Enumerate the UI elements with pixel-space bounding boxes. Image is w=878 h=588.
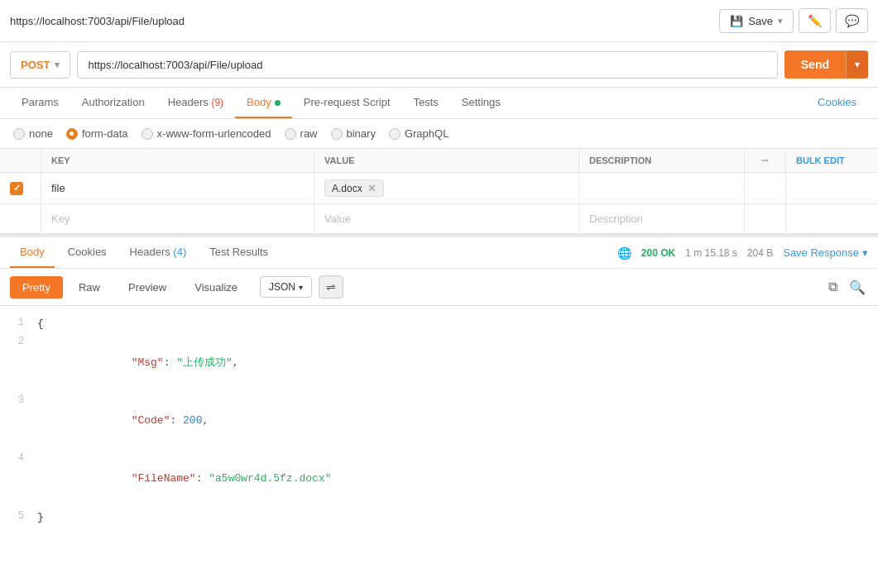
- body-type-options: none form-data x-www-form-urlencoded raw…: [0, 119, 878, 149]
- line-content-2: "Msg": "上传成功",: [37, 333, 878, 391]
- request-tabs: Params Authorization Headers (9) Body Pr…: [0, 88, 878, 119]
- save-button[interactable]: 💾 Save ▾: [719, 9, 794, 33]
- tab-body[interactable]: Body: [235, 88, 292, 118]
- msg-value: "上传成功": [176, 356, 233, 369]
- request-bar: POST ▾ Send ▾: [0, 42, 878, 88]
- colon-2: :: [170, 414, 183, 427]
- empty-key-cell[interactable]: Key: [41, 204, 314, 233]
- option-binary[interactable]: binary: [331, 127, 376, 140]
- radio-raw-icon: [285, 128, 296, 140]
- top-bar: https://localhost:7003/api/File/upload 💾…: [0, 0, 878, 42]
- send-caret-button[interactable]: ▾: [846, 51, 868, 78]
- code-value: 200: [183, 414, 202, 427]
- tab-settings[interactable]: Settings: [450, 88, 512, 118]
- option-none-label: none: [29, 127, 53, 140]
- app-container: https://localhost:7003/api/File/upload 💾…: [0, 0, 878, 588]
- resp-tab-cookies[interactable]: Cookies: [58, 237, 117, 268]
- file-tag-remove[interactable]: ✕: [367, 182, 377, 194]
- save-caret-icon: ▾: [778, 16, 783, 26]
- empty-checkbox-cell: [0, 204, 41, 233]
- tab-headers-label: Headers (9): [168, 96, 223, 108]
- resp-tab-headers-label: Headers (4): [130, 246, 187, 258]
- option-urlencoded-label: x-www-form-urlencoded: [157, 127, 271, 140]
- th-bulk-edit[interactable]: Bulk Edit: [786, 149, 869, 172]
- line-num-1: 1: [0, 314, 37, 333]
- line-num-4: 4: [0, 450, 37, 508]
- tab-tests-label: Tests: [414, 96, 439, 108]
- option-raw[interactable]: raw: [285, 127, 318, 140]
- row-key-cell: file: [41, 173, 314, 203]
- tab-tests[interactable]: Tests: [402, 88, 450, 118]
- code-line-3: 3 "Code": 200,: [0, 392, 878, 450]
- file-tag: A.docx ✕: [324, 179, 384, 197]
- headers-badge: (9): [211, 97, 223, 108]
- row-more-cell: [745, 173, 786, 203]
- row-checkbox-cell[interactable]: [0, 173, 41, 203]
- line-content-5: }: [37, 508, 878, 527]
- save-response-label: Save Response: [783, 246, 859, 259]
- resp-action-buttons: ⧉ 🔍: [826, 277, 868, 298]
- th-checkbox: [0, 149, 41, 172]
- line-content-4: "FileName": "a5w0wr4d.5fz.docx": [37, 450, 878, 508]
- comment-button[interactable]: 💬: [836, 8, 868, 33]
- option-form-data[interactable]: form-data: [66, 127, 128, 140]
- copy-button[interactable]: ⧉: [826, 277, 840, 298]
- edit-button[interactable]: ✏️: [799, 8, 831, 33]
- empty-desc-cell[interactable]: Description: [579, 204, 745, 233]
- tab-authorization[interactable]: Authorization: [70, 88, 156, 118]
- resp-tab-body-label: Body: [20, 246, 45, 258]
- comma-2: ,: [202, 414, 209, 427]
- radio-urlencoded-icon: [142, 128, 153, 140]
- option-graphql-label: GraphQL: [405, 127, 449, 140]
- line-content-3: "Code": 200,: [37, 392, 878, 450]
- response-meta: 🌐 200 OK 1 m 15.18 s 204 B Save Response…: [617, 246, 868, 260]
- tab-params[interactable]: Params: [10, 88, 70, 118]
- tab-settings-label: Settings: [462, 96, 501, 108]
- filename-key: "FileName": [132, 472, 196, 485]
- save-label: Save: [748, 15, 773, 27]
- format-tab-preview[interactable]: Preview: [116, 276, 179, 299]
- url-input[interactable]: [77, 51, 777, 79]
- format-tab-visualize[interactable]: Visualize: [182, 276, 250, 299]
- row-checkbox[interactable]: [10, 182, 23, 195]
- row-key-value: file: [51, 182, 65, 194]
- format-dropdown[interactable]: JSON ▾: [260, 276, 312, 298]
- format-tab-raw[interactable]: Raw: [66, 276, 113, 299]
- option-graphql[interactable]: GraphQL: [389, 127, 449, 140]
- send-main-button[interactable]: Send: [784, 50, 846, 79]
- search-button[interactable]: 🔍: [847, 277, 868, 298]
- comma-1: ,: [233, 356, 239, 369]
- method-dropdown[interactable]: POST ▾: [10, 51, 70, 79]
- save-response-button[interactable]: Save Response ▾: [783, 246, 868, 259]
- radio-formdata-icon: [66, 128, 78, 140]
- line-num-2: 2: [0, 333, 37, 391]
- table-row: file A.docx ✕: [0, 173, 878, 204]
- colon-3: :: [196, 472, 209, 485]
- wrap-button[interactable]: ⇌: [319, 275, 343, 299]
- row-description-cell: [579, 173, 745, 203]
- empty-value-cell[interactable]: Value: [314, 204, 579, 233]
- send-button-group: Send ▾: [784, 50, 868, 79]
- method-label: POST: [21, 59, 50, 71]
- response-section: Body Cookies Headers (4) Test Results 🌐 …: [0, 234, 878, 588]
- tab-cookies[interactable]: Cookies: [806, 88, 868, 118]
- row-extra-cell: [786, 173, 869, 203]
- resp-tab-headers[interactable]: Headers (4): [120, 237, 197, 268]
- resp-tab-body[interactable]: Body: [10, 237, 55, 268]
- method-caret-icon: ▾: [55, 60, 60, 70]
- format-tab-pretty[interactable]: Pretty: [10, 276, 63, 299]
- save-response-caret-icon: ▾: [862, 246, 868, 259]
- option-none[interactable]: none: [13, 127, 53, 140]
- th-key: KEY: [41, 149, 314, 172]
- resp-headers-badge: (4): [173, 246, 186, 258]
- code-wrapper: 1 { 2 "Msg": "上传成功", 3 "Code": 200, 4: [0, 306, 878, 588]
- code-line-5: 5 }: [0, 508, 878, 527]
- option-urlencoded[interactable]: x-www-form-urlencoded: [142, 127, 271, 140]
- option-formdata-label: form-data: [82, 127, 128, 140]
- tab-prerequest[interactable]: Pre-request Script: [292, 88, 402, 118]
- tab-headers[interactable]: Headers (9): [156, 88, 235, 118]
- response-time: 1 m 15.18 s: [685, 247, 737, 259]
- response-size: 204 B: [747, 247, 773, 259]
- resp-tab-test-results[interactable]: Test Results: [199, 237, 278, 268]
- filename-value: "a5w0wr4d.5fz.docx": [209, 472, 331, 485]
